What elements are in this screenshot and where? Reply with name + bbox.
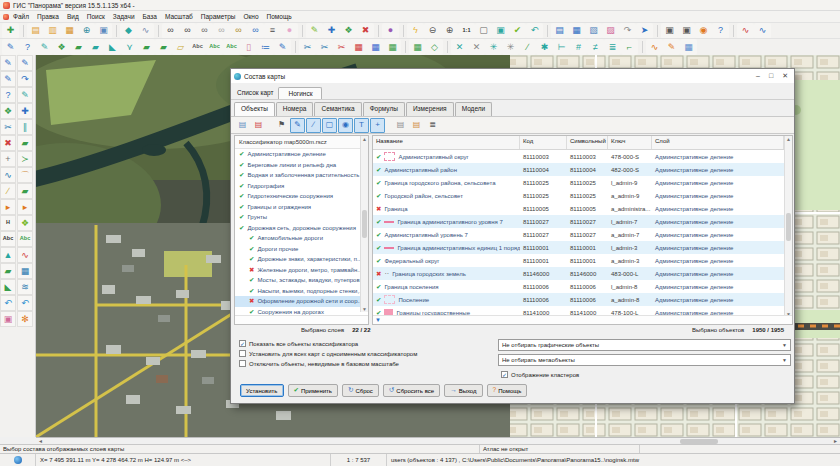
- filter-funnel-icon[interactable]: ▼: [375, 317, 381, 323]
- move-icon[interactable]: ✚: [17, 103, 33, 119]
- area-objects-icon[interactable]: ▢: [322, 118, 337, 133]
- node-hash-icon[interactable]: #: [570, 39, 587, 55]
- table-view-icon[interactable]: ≣: [425, 118, 440, 133]
- graphic-objects-dropdown[interactable]: Не отбирать графические объекты▼: [498, 339, 791, 351]
- text-abc-curve-icon[interactable]: Abc: [223, 39, 240, 55]
- maximize-icon[interactable]: □: [769, 72, 773, 80]
- wave-red-icon[interactable]: ∿: [17, 247, 33, 263]
- table-row[interactable]: ✔Граница городского района, сельсовета81…: [373, 176, 792, 189]
- redo-view-icon[interactable]: ↷: [619, 23, 636, 39]
- table-row[interactable]: ✔Административный уровень 78111002781110…: [373, 228, 792, 241]
- minimize-icon[interactable]: –: [756, 72, 760, 80]
- draw-pencil2-icon[interactable]: ✎: [17, 55, 33, 71]
- show-layers-icon[interactable]: ▤: [235, 118, 250, 133]
- hide-layers-icon[interactable]: ▤: [251, 118, 266, 133]
- tab-Измерения[interactable]: Измерения: [406, 102, 454, 116]
- draw-curve-icon[interactable]: ↷: [17, 71, 33, 87]
- button-Применить[interactable]: ✔Применить: [288, 384, 338, 397]
- tree-item[interactable]: ✔Автомобильные дороги: [235, 233, 368, 244]
- flash2-icon[interactable]: ▸: [17, 199, 33, 215]
- button-Выход[interactable]: →Выход: [444, 384, 482, 397]
- panel-pink-icon[interactable]: ▨: [602, 23, 619, 39]
- clusters-checkbox[interactable]: ✓ Отображение кластеров: [501, 371, 579, 378]
- tree-item[interactable]: ✔Грунты: [235, 212, 368, 223]
- new-map-icon[interactable]: ✚: [2, 23, 19, 39]
- menu-item-Задачи[interactable]: Задачи: [109, 12, 139, 21]
- check-shape-icon[interactable]: ❖: [17, 215, 33, 231]
- abc1-icon[interactable]: Abc: [0, 231, 16, 247]
- cut-icon[interactable]: ✂: [0, 119, 16, 135]
- menu-item-Помощь[interactable]: Помощь: [263, 12, 296, 21]
- legend-link-icon[interactable]: ∿: [137, 23, 154, 39]
- pencil-orange-icon[interactable]: ✎: [663, 39, 680, 55]
- tree-item[interactable]: ✔Водная и заболоченная растительность: [235, 170, 368, 181]
- cut-1-icon[interactable]: ✂: [299, 39, 316, 55]
- zoom-frame-icon[interactable]: ▢: [475, 23, 492, 39]
- open-map-icon[interactable]: ▥: [44, 23, 61, 39]
- edit-area-icon[interactable]: ❖: [53, 39, 70, 55]
- zoom-1-1-icon[interactable]: 1:1: [458, 23, 475, 39]
- slope-icon[interactable]: ◣: [0, 279, 16, 295]
- table-row[interactable]: ✔Граница поселения8111000681110006l_admi…: [373, 280, 792, 293]
- panel-left-icon[interactable]: ▤: [551, 23, 568, 39]
- arc-icon[interactable]: ⌒: [17, 167, 33, 183]
- text-abc-icon[interactable]: Abc: [189, 39, 206, 55]
- open-geoportal-icon[interactable]: ⊕: [78, 23, 95, 39]
- column-header-Символьный к[interactable]: Символьный к: [567, 136, 608, 149]
- ruler-icon[interactable]: ∕: [0, 183, 16, 199]
- h-text-icon[interactable]: H: [0, 215, 16, 231]
- open-folder-icon[interactable]: ▤: [27, 23, 44, 39]
- gear-icon[interactable]: ✻: [17, 311, 33, 327]
- tab-Номера[interactable]: Номера: [276, 102, 314, 116]
- sort-remove-icon[interactable]: ▤: [409, 118, 424, 133]
- diamond-icon[interactable]: ◇: [426, 39, 443, 55]
- column-header-Слой[interactable]: Слой: [652, 136, 784, 149]
- scale-readout[interactable]: 1 : 7 537: [331, 454, 387, 466]
- node-tee-icon[interactable]: ⊢: [553, 39, 570, 55]
- tree-item[interactable]: ✔Гидрография: [235, 181, 368, 192]
- menu-item-Масштаб[interactable]: Масштаб: [161, 12, 197, 21]
- list-edit-icon[interactable]: ≔: [257, 39, 274, 55]
- select-add-icon[interactable]: ✚: [323, 23, 340, 39]
- find-gray-icon[interactable]: ∞: [213, 23, 230, 39]
- undo2-icon[interactable]: ↶: [17, 295, 33, 311]
- column-header-Название[interactable]: Название: [373, 136, 520, 149]
- tab-Семантика[interactable]: Семантика: [314, 102, 361, 116]
- option-checkbox-1[interactable]: Установить для всех карт с одноименным к…: [239, 350, 417, 357]
- column-header-Код[interactable]: Код: [520, 136, 567, 149]
- route-objects-icon[interactable]: ⚑: [274, 118, 289, 133]
- table-row[interactable]: ✖··Граница городских земель8114600081146…: [373, 267, 792, 280]
- grid-icon[interactable]: ▦: [409, 39, 426, 55]
- zoom-out-icon[interactable]: ⊖: [424, 23, 441, 39]
- edit-pencil-icon[interactable]: ✎: [2, 39, 19, 55]
- select-area-icon[interactable]: ❖: [340, 23, 357, 39]
- stamp-road-icon[interactable]: ▱: [172, 39, 189, 55]
- map-tab-noginsk[interactable]: Ногинск: [278, 87, 322, 99]
- sphere-icon[interactable]: ●: [382, 23, 399, 39]
- menu-item-Вид[interactable]: Вид: [63, 12, 83, 21]
- menu-item-Поиск[interactable]: Поиск: [83, 12, 109, 21]
- panel-grid-icon[interactable]: ▦: [568, 23, 585, 39]
- draw-pencil-icon[interactable]: ✎: [0, 55, 16, 71]
- flash1-icon[interactable]: ▸: [0, 199, 16, 215]
- copy-map-icon[interactable]: ▣: [95, 23, 112, 39]
- tab-Формулы[interactable]: Формулы: [363, 102, 405, 116]
- sort-up-icon[interactable]: ▤: [393, 118, 408, 133]
- edit-help-icon[interactable]: ?: [19, 39, 36, 55]
- block-blue-icon[interactable]: ▦: [367, 39, 384, 55]
- block-green-icon[interactable]: ▦: [384, 39, 401, 55]
- tab-Модели[interactable]: Модели: [455, 102, 493, 116]
- node-star-icon[interactable]: ✳: [485, 39, 502, 55]
- quick-zoom-icon[interactable]: ϟ: [407, 23, 424, 39]
- triangle-net-icon[interactable]: ▲: [0, 247, 16, 263]
- draw-teal-pencil-icon[interactable]: ✎: [17, 87, 33, 103]
- button-Помощь[interactable]: ?Помощь: [487, 384, 528, 397]
- node-burst-icon[interactable]: ✱: [536, 39, 553, 55]
- tree-item[interactable]: ✔Мосты, эстакады, виадуки, путепров...: [235, 275, 368, 286]
- stamp-3-icon[interactable]: ▰: [138, 39, 155, 55]
- menu-item-Правка[interactable]: Правка: [33, 12, 63, 21]
- layers-icon[interactable]: ◆: [120, 23, 137, 39]
- table-scrollbar[interactable]: ▲▼: [784, 136, 792, 317]
- map-hscrollbar[interactable]: ◄ ►: [36, 437, 840, 444]
- back-view-icon[interactable]: ↶: [526, 23, 543, 39]
